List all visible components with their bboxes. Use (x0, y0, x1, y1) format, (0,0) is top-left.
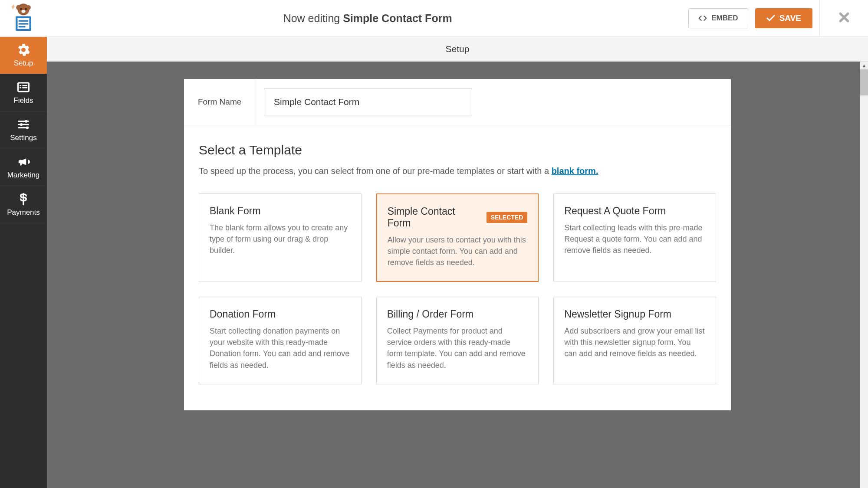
template-card-request-quote-form[interactable]: Request A Quote Form Start collecting le… (553, 193, 716, 282)
template-card-desc: The blank form allows you to create any … (210, 222, 351, 256)
template-grid: Blank Form The blank form allows you to … (199, 193, 716, 384)
svg-rect-10 (19, 26, 26, 27)
svg-point-17 (20, 123, 23, 125)
editing-form-name: Simple Contact Form (343, 12, 452, 24)
scrollbar-thumb[interactable] (860, 69, 868, 95)
template-card-title: Request A Quote Form (564, 205, 705, 217)
svg-point-18 (26, 126, 29, 129)
dollar-icon (17, 193, 30, 206)
sidebar-label: Fields (13, 96, 33, 105)
embed-button[interactable]: EMBED (688, 8, 748, 28)
blank-form-link[interactable]: blank form. (552, 166, 598, 176)
close-icon (838, 12, 850, 23)
svg-rect-14 (20, 87, 21, 88)
template-card-desc: Add subscribers and grow your email list… (564, 325, 705, 359)
sidebar: Setup Fields Settings Marketing Payments (0, 37, 47, 488)
list-icon (17, 81, 30, 94)
template-card-desc: Start collecting leads with this pre-mad… (564, 222, 705, 256)
form-name-input[interactable] (264, 88, 472, 115)
template-card-title: Billing / Order Form (387, 308, 528, 320)
embed-label: EMBED (711, 14, 738, 23)
scroll-up-arrow[interactable]: ▲ (860, 62, 868, 69)
template-card-desc: Allow your users to contact you with thi… (388, 234, 528, 268)
svg-rect-15 (23, 87, 27, 88)
template-card-title: Simple Contact Form SELECTED (388, 206, 528, 229)
sidebar-item-marketing[interactable]: Marketing (0, 149, 47, 186)
content-area: Setup Form Name Select a Template To spe… (47, 37, 868, 488)
subheader-title: Setup (446, 44, 470, 54)
editing-prefix: Now editing (283, 12, 343, 24)
check-icon (766, 15, 775, 22)
svg-point-4 (25, 8, 27, 10)
scroll-region[interactable]: Form Name Select a Template To speed up … (47, 62, 868, 488)
template-heading: Select a Template (199, 143, 716, 157)
svg-point-16 (25, 120, 27, 122)
top-header: Now editing Simple Contact Form EMBED SA… (0, 0, 868, 37)
svg-point-5 (22, 10, 26, 13)
form-name-input-wrap (254, 79, 731, 125)
svg-rect-9 (19, 23, 29, 24)
bullhorn-icon (17, 155, 30, 168)
sidebar-item-settings[interactable]: Settings (0, 111, 47, 149)
app-logo (0, 3, 47, 34)
header-title: Now editing Simple Contact Form (47, 12, 688, 25)
sidebar-label: Marketing (7, 171, 40, 180)
template-card-donation-form[interactable]: Donation Form Start collecting donation … (199, 297, 362, 384)
svg-rect-12 (20, 85, 21, 86)
template-card-title: Blank Form (210, 205, 351, 217)
svg-point-3 (20, 8, 22, 10)
vertical-scrollbar[interactable]: ▲ (860, 62, 868, 488)
template-card-simple-contact-form[interactable]: Simple Contact Form SELECTED Allow your … (376, 193, 539, 282)
subheader: Setup (47, 37, 868, 62)
header-actions: EMBED SAVE (688, 0, 868, 37)
wpforms-logo-icon (8, 3, 39, 34)
template-card-title: Newsletter Signup Form (564, 308, 705, 320)
template-desc-text: To speed up the process, you can select … (199, 166, 552, 176)
save-label: SAVE (779, 13, 801, 23)
close-button[interactable] (833, 12, 855, 25)
main-layout: Setup Fields Settings Marketing Payments… (0, 37, 868, 488)
template-card-title: Donation Form (210, 308, 351, 320)
svg-rect-13 (23, 85, 27, 86)
sidebar-item-payments[interactable]: Payments (0, 186, 47, 223)
sidebar-label: Settings (10, 134, 36, 142)
form-name-row: Form Name (184, 79, 731, 125)
header-divider (819, 0, 820, 37)
template-card-desc: Collect Payments for product and service… (387, 325, 528, 370)
template-card-blank-form[interactable]: Blank Form The blank form allows you to … (199, 193, 362, 282)
template-card-desc: Start collecting donation payments on yo… (210, 325, 351, 370)
template-description: To speed up the process, you can select … (199, 166, 716, 176)
form-name-label: Form Name (184, 79, 254, 125)
gear-icon (17, 43, 30, 56)
sliders-icon (17, 118, 30, 131)
setup-panel: Form Name Select a Template To speed up … (184, 79, 731, 410)
selected-badge: SELECTED (487, 212, 528, 223)
template-card-billing-order-form[interactable]: Billing / Order Form Collect Payments fo… (376, 297, 539, 384)
sidebar-label: Payments (7, 208, 40, 217)
code-icon (698, 15, 707, 22)
svg-rect-8 (19, 20, 29, 22)
sidebar-item-setup[interactable]: Setup (0, 37, 47, 74)
sidebar-item-fields[interactable]: Fields (0, 74, 47, 111)
sidebar-label: Setup (14, 59, 33, 68)
save-button[interactable]: SAVE (755, 8, 812, 28)
template-card-newsletter-signup-form[interactable]: Newsletter Signup Form Add subscribers a… (553, 297, 716, 384)
template-section: Select a Template To speed up the proces… (184, 125, 731, 410)
